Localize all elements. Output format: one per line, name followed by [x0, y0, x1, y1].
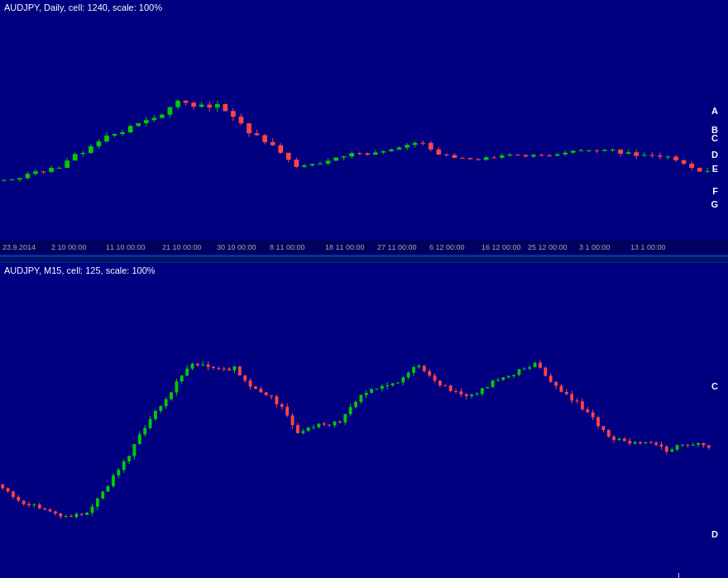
top-candlestick-chart — [0, 0, 711, 240]
top-time-axis: 23.9.2014 2 10 00:00 11 10 00:00 21 10 0… — [0, 240, 728, 255]
time-label-0: 23.9.2014 — [2, 243, 36, 251]
time-label-6: 18 11 00:00 — [325, 243, 365, 251]
top-label-D: D — [711, 150, 718, 160]
top-label-A: A — [711, 106, 718, 116]
top-panel-title: AUDJPY, Daily, cell: 1240, scale: 100% — [4, 2, 162, 12]
time-label-12: 13 1 00:00 — [630, 243, 666, 251]
panel-divider — [0, 256, 728, 263]
time-label-10: 25 12 00:00 — [528, 243, 568, 251]
top-label-E: E — [712, 164, 718, 174]
top-label-C: C — [711, 133, 718, 143]
time-label-7: 27 11 00:00 — [377, 243, 417, 251]
bottom-candlestick-chart — [0, 263, 711, 573]
time-label-8: 6 12 00:00 — [429, 243, 465, 251]
top-label-G: G — [711, 199, 718, 209]
top-panel: AUDJPY, Daily, cell: 1240, scale: 100% A… — [0, 0, 728, 256]
time-label-1: 2 10 00:00 — [51, 243, 87, 251]
bottom-label-C: C — [711, 381, 718, 391]
bottom-label-D: D — [711, 529, 718, 539]
time-label-5: 8 11 00:00 — [270, 243, 305, 251]
time-label-2: 11 10 00:00 — [106, 243, 146, 251]
time-label-3: 21 10 00:00 — [162, 243, 202, 251]
bottom-panel: AUDJPY, M15, cell: 125, scale: 100% C D … — [0, 263, 728, 578]
time-label-9: 16 12 00:00 — [481, 243, 521, 251]
chart-container: AUDJPY, Daily, cell: 1240, scale: 100% A… — [0, 0, 728, 578]
bottom-panel-title: AUDJPY, M15, cell: 125, scale: 100% — [4, 265, 156, 275]
time-label-4: 30 10 00:00 — [217, 243, 256, 251]
time-label-11: 3 1 00:00 — [579, 243, 611, 251]
top-label-F: F — [712, 186, 718, 196]
